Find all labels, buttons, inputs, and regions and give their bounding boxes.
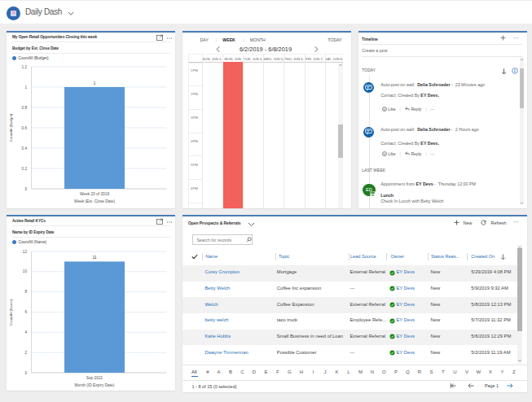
svg-text:Month (ID Expiry Date): Month (ID Expiry Date) <box>75 383 115 387</box>
svg-text:6: 6 <box>24 310 27 314</box>
svg-text:0.8: 0.8 <box>21 106 27 110</box>
svg-text:Week 23 of 2019: Week 23 of 2019 <box>80 192 110 196</box>
svg-text:2: 2 <box>24 351 27 355</box>
svg-text:CountAll (Budget): CountAll (Budget) <box>9 113 13 142</box>
svg-text:10: 10 <box>23 269 28 273</box>
svg-text:0: 0 <box>24 187 27 191</box>
svg-text:CountAll (Name): CountAll (Name) <box>9 299 13 326</box>
svg-text:1: 1 <box>24 85 27 90</box>
svg-text:Sep 2021: Sep 2021 <box>86 376 103 380</box>
svg-text:1: 1 <box>94 81 96 85</box>
svg-text:Week (Est. Close Date): Week (Est. Close Date) <box>74 199 115 203</box>
svg-text:0: 0 <box>24 371 27 375</box>
svg-text:12: 12 <box>23 250 28 254</box>
svg-text:8: 8 <box>24 290 27 294</box>
svg-text:11: 11 <box>92 255 96 260</box>
svg-text:1.2: 1.2 <box>21 65 27 69</box>
svg-text:0.6: 0.6 <box>21 126 27 130</box>
svg-text:0.4: 0.4 <box>21 146 27 151</box>
svg-text:4: 4 <box>24 330 27 334</box>
svg-text:0.2: 0.2 <box>21 167 27 171</box>
